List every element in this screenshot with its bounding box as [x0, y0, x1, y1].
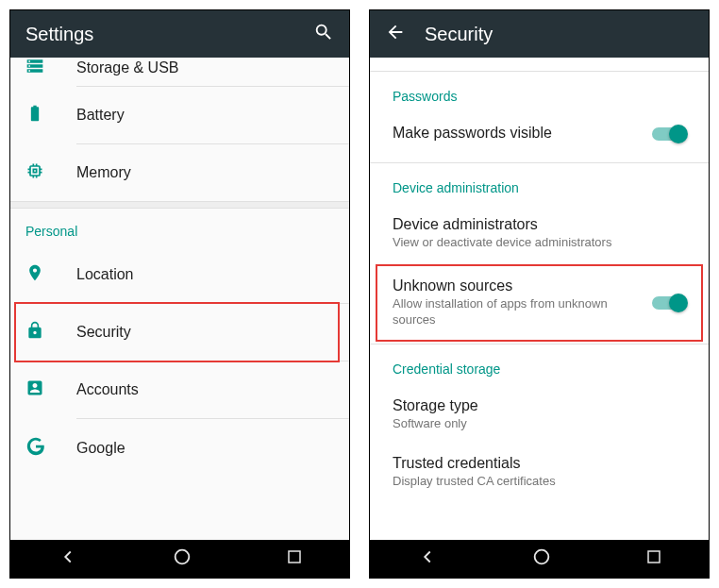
svg-point-2 [534, 550, 548, 564]
page-title: Settings [25, 24, 93, 45]
settings-item-storage[interactable]: Storage & USB [10, 58, 349, 86]
lock-icon [25, 321, 44, 344]
settings-item-label: Memory [76, 164, 131, 181]
settings-item-location[interactable]: Location [10, 246, 349, 303]
item-title: Make passwords visible [393, 125, 641, 142]
memory-icon [25, 161, 44, 184]
svg-rect-1 [289, 551, 300, 563]
settings-item-accounts[interactable]: Accounts [10, 361, 349, 418]
toggle-passwords-visible[interactable] [652, 127, 686, 141]
settings-item-label: Google [76, 440, 125, 457]
item-storage-type[interactable]: Storage type Software only [370, 386, 709, 444]
nav-back-icon[interactable] [58, 546, 78, 571]
settings-item-label: Battery [76, 107, 125, 124]
item-subtitle: View or deactivate device administrators [393, 235, 686, 251]
header-security: Security [370, 10, 709, 58]
settings-item-google[interactable]: Google [10, 419, 349, 478]
item-subtitle: Allow installation of apps from unknown … [393, 296, 641, 328]
nav-home-icon[interactable] [172, 546, 192, 571]
item-unknown-sources[interactable]: Unknown sources Allow installation of ap… [370, 262, 709, 344]
phone-settings: Settings Storage & USB Battery Memory Pe… [9, 9, 350, 579]
header-settings: Settings [10, 10, 349, 58]
settings-item-label: Accounts [76, 381, 139, 398]
toggle-unknown-sources[interactable] [652, 296, 686, 310]
nav-back-icon[interactable] [417, 546, 438, 571]
item-subtitle: Display trusted CA certificates [393, 474, 686, 490]
nav-recent-icon[interactable] [286, 548, 303, 569]
battery-icon [25, 104, 44, 126]
search-icon[interactable] [313, 22, 334, 46]
settings-item-battery[interactable]: Battery [10, 87, 349, 143]
svg-point-0 [175, 550, 189, 564]
settings-item-memory[interactable]: Memory [10, 144, 349, 201]
location-icon [25, 263, 44, 286]
section-header-device-admin: Device administration [370, 163, 709, 205]
page-title: Security [425, 24, 493, 45]
nav-recent-icon[interactable] [645, 548, 662, 569]
settings-item-label: Security [76, 324, 131, 341]
item-trusted-credentials[interactable]: Trusted credentials Display trusted CA c… [370, 444, 709, 501]
section-header-credential: Credential storage [370, 344, 709, 386]
item-title: Storage type [393, 397, 686, 414]
section-header-personal: Personal [10, 209, 349, 246]
account-icon [25, 378, 44, 401]
item-device-administrators[interactable]: Device administrators View or deactivate… [370, 205, 709, 262]
section-header-passwords: Passwords [370, 72, 709, 113]
storage-icon [25, 58, 44, 79]
nav-bar [370, 540, 709, 578]
google-icon [25, 436, 46, 461]
settings-list[interactable]: Storage & USB Battery Memory Personal Lo… [10, 58, 349, 542]
item-title: Unknown sources [393, 277, 641, 294]
back-icon[interactable] [385, 22, 406, 46]
item-subtitle: Software only [393, 416, 686, 432]
settings-item-label: Storage & USB [76, 59, 179, 76]
item-make-passwords-visible[interactable]: Make passwords visible [370, 113, 709, 155]
settings-item-security[interactable]: Security [10, 304, 349, 361]
nav-bar [10, 540, 349, 578]
svg-rect-3 [648, 551, 660, 563]
settings-item-label: Location [76, 266, 134, 283]
nav-home-icon[interactable] [531, 546, 552, 571]
phone-security: Security Passwords Make passwords visibl… [369, 9, 710, 579]
item-title: Trusted credentials [393, 455, 686, 472]
item-title: Device administrators [393, 216, 686, 233]
security-list[interactable]: Passwords Make passwords visible Device … [370, 58, 709, 542]
